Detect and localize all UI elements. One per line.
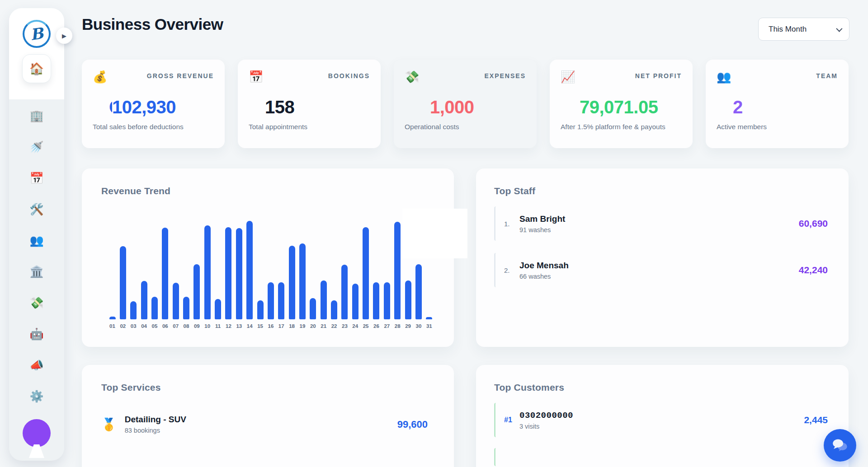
staff-name: Joe Mensah [519,261,569,271]
play-arrow-icon: ▶ [62,33,66,39]
x-tick-label: 05 [152,323,158,329]
house-icon: 🏠 [29,62,44,76]
calendar-icon: 📅 [249,70,263,84]
bar-column: 25 [361,227,371,329]
bar [321,280,327,319]
sidebar-item-marketing[interactable]: 📣 [28,359,46,371]
bar-column: 17 [276,282,287,329]
tooltip-placeholder [402,209,467,258]
bar-column: 06 [160,228,170,329]
bar [278,282,284,319]
list-item: 🥇 Detailing - SUV 83 bookings 99,600 [101,415,454,434]
bar [236,228,242,319]
x-tick-label: 19 [300,323,306,329]
sidebar-item-settings[interactable]: ⚙️ [28,390,46,402]
bar [246,221,253,319]
page-title: Business Overview [82,15,223,33]
gold-medal-icon: 🥇 [101,417,117,432]
stat-subtitle: Active members [717,123,838,131]
list-item: 1. Sam Bright 91 washes 60,690 [494,206,830,241]
stat-label: GROSS REVENUE [147,70,214,79]
sidebar-item-bookings[interactable]: 📅 [28,172,46,184]
rank-label: 1. [504,220,519,228]
stat-label: NET PROFIT [635,70,682,79]
bar [341,265,348,319]
sidebar-item-bank[interactable]: 🏛️ [28,265,46,278]
bar-column: 31 [424,317,434,329]
chart-increasing-icon: 📈 [561,70,575,84]
bar [384,282,390,319]
bar [173,283,179,319]
bar-column: 26 [371,282,382,329]
x-tick-label: 04 [141,323,147,329]
stat-subtitle: Total appointments [249,123,370,131]
customer-list: #1 0302000000 3 visits 2,445 [494,403,830,466]
sidebar-bottom [23,402,51,461]
bar [225,227,231,319]
sidebar-item-automation[interactable]: 🤖 [28,327,46,340]
service-detail: 83 bookings [125,427,186,434]
revenue-bar-chart: 0102030405060708091011121314151617181920… [107,221,434,329]
top-services-card: Top Services 🥇 Detailing - SUV 83 bookin… [82,365,454,467]
section-title: Top Customers [494,382,830,393]
service-name: Detailing - SUV [125,415,186,425]
building-icon: 🏢 [29,110,43,121]
team-icon: 👥 [717,70,731,84]
bar-column: 09 [192,264,202,329]
bar-column: 12 [223,227,234,329]
x-tick-label: 30 [416,323,422,329]
logo-letter: B [29,24,44,44]
tools-icon: 🛠️ [29,204,43,215]
user-avatar[interactable] [23,419,51,447]
stat-label: TEAM [816,70,838,79]
top-staff-card: Top Staff 1. Sam Bright 91 washes 60,690… [476,168,849,347]
sidebar-top-section: B 🏠 [9,8,64,99]
x-tick-label: 16 [268,323,274,329]
staff-list: 1. Sam Bright 91 washes 60,690 2. Joe Me… [494,206,830,287]
stat-cards-row: 💰 GROSS REVENUE ₵102,930 Total sales bef… [82,60,849,148]
service-value: 99,600 [397,419,430,430]
list-item [494,448,830,466]
x-tick-label: 17 [278,323,284,329]
sidebar-item-locations[interactable]: 🏢 [28,109,46,122]
stat-subtitle: Total sales before deductions [93,123,214,131]
bar [204,225,211,319]
chat-button[interactable] [824,429,856,462]
sidebar-item-expenses[interactable]: 💸 [28,296,46,309]
bar [331,300,337,319]
bar [141,281,147,319]
bar [109,317,116,319]
stat-card-expenses: 💸 EXPENSES 1,000 Operational costs [394,60,537,148]
team-icon: 👥 [29,235,43,246]
stat-value: ₵102,930 [93,97,214,117]
bar-column: 07 [170,283,181,329]
bar [289,246,295,319]
bar [310,298,316,319]
sidebar-item-home[interactable]: 🏠 [22,54,51,83]
sidebar-expand-button[interactable]: ▶ [56,28,72,44]
stat-value: 79,071.05 [561,97,682,117]
x-tick-label: 08 [184,323,189,329]
stat-card-team: 👥 TEAM 2 Active members [706,60,849,148]
sidebar-item-washes[interactable]: 🚿 [28,140,46,153]
x-tick-label: 21 [321,323,326,329]
sidebar-nav-list: 🏢🚿📅🛠️👥🏛️💸🤖📣⚙️ [28,109,46,402]
bar [415,264,422,319]
section-title: Top Services [101,382,454,393]
x-tick-label: 20 [310,323,316,329]
period-select[interactable]: This Month [758,18,849,41]
bar [405,280,411,319]
sidebar-item-team[interactable]: 👥 [28,234,46,247]
x-tick-label: 06 [162,323,168,329]
period-select-value: This Month [769,25,807,34]
top-customers-card: Top Customers #1 0302000000 3 visits 2,4… [476,365,849,467]
x-tick-label: 10 [204,323,210,329]
bar-column: 29 [403,280,413,329]
sidebar-item-services[interactable]: 🛠️ [28,203,46,215]
bar [151,297,158,319]
bar-column: 19 [297,243,307,329]
gear-icon: ⚙️ [29,391,43,402]
bar-column: 05 [149,297,160,329]
bar [162,228,168,319]
list-item: 2. Joe Mensah 66 washes 42,240 [494,253,830,287]
